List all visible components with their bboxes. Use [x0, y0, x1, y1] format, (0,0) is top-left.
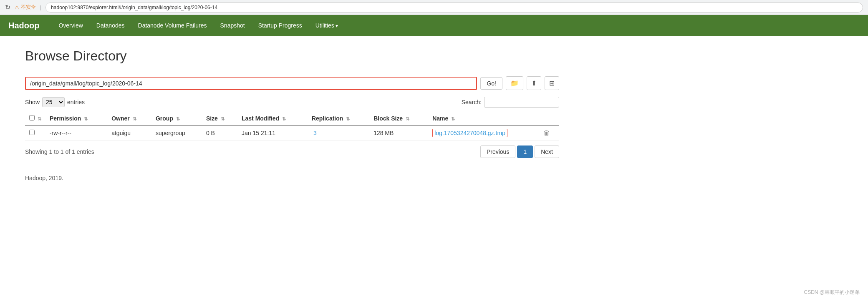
row-replication: 3: [308, 125, 369, 140]
navbar: Hadoop Overview Datanodes Datanode Volum…: [0, 15, 868, 36]
select-all-checkbox[interactable]: [29, 115, 35, 120]
nav-datanodes[interactable]: Datanodes: [90, 16, 131, 35]
row-checkbox-cell: [25, 125, 45, 140]
browser-bar: ↻ ⚠ 不安全 |: [0, 0, 868, 15]
refresh-icon[interactable]: ↻: [5, 3, 10, 11]
sort-icon-checkbox: ⇅: [38, 116, 41, 121]
page-title: Browse Directory: [25, 48, 559, 64]
entries-select[interactable]: 10 25 50 100: [42, 97, 65, 107]
nav-datanode-volume-failures[interactable]: Datanode Volume Failures: [131, 16, 214, 35]
table-header-row: ⇅ Permission ⇅ Owner ⇅ Group ⇅ Size ⇅: [25, 112, 559, 125]
security-warning: ⚠ 不安全: [15, 4, 36, 11]
sort-icon-replication: ⇅: [346, 116, 350, 121]
main-content: Browse Directory Go! 📁 ⬆ ⊞ Show 10 25 50…: [0, 36, 584, 194]
entries-label: entries: [67, 99, 85, 105]
showing-text: Showing 1 to 1 of 1 entries: [25, 148, 94, 155]
replication-link[interactable]: 3: [312, 129, 318, 137]
row-delete-cell: 🗑: [539, 125, 559, 140]
row-permission: -rw-r--r--: [45, 125, 107, 140]
search-input[interactable]: [484, 97, 559, 108]
path-input[interactable]: [25, 77, 477, 90]
col-block-size[interactable]: Block Size ⇅: [369, 112, 428, 125]
sort-icon-permission: ⇅: [84, 116, 88, 121]
grid-icon-button[interactable]: ⊞: [545, 76, 559, 90]
go-button[interactable]: Go!: [480, 77, 502, 90]
previous-button[interactable]: Previous: [480, 145, 515, 158]
file-table: ⇅ Permission ⇅ Owner ⇅ Group ⇅ Size ⇅: [25, 112, 559, 140]
checkbox-header: ⇅: [25, 112, 45, 125]
sort-icon-block-size: ⇅: [406, 116, 409, 121]
search-box: Search:: [462, 97, 559, 108]
sort-icon-last-modified: ⇅: [282, 116, 286, 121]
table-controls: Show 10 25 50 100 entries Search:: [25, 97, 559, 108]
search-label: Search:: [462, 99, 482, 105]
col-actions: [539, 112, 559, 125]
col-size[interactable]: Size ⇅: [202, 112, 237, 125]
nav-links: Overview Datanodes Datanode Volume Failu…: [52, 16, 345, 35]
col-owner[interactable]: Owner ⇅: [107, 112, 151, 125]
show-entries: Show 10 25 50 100 entries: [25, 97, 85, 107]
col-permission[interactable]: Permission ⇅: [45, 112, 107, 125]
pagination: Previous 1 Next: [480, 145, 559, 158]
col-replication[interactable]: Replication ⇅: [308, 112, 369, 125]
col-last-modified[interactable]: Last Modified ⇅: [237, 112, 308, 125]
url-bar[interactable]: [45, 3, 863, 13]
nav-utilities[interactable]: Utilities: [309, 16, 345, 35]
path-bar: Go! 📁 ⬆ ⊞: [25, 76, 559, 90]
nav-startup-progress[interactable]: Startup Progress: [252, 16, 309, 35]
col-name[interactable]: Name ⇅: [428, 112, 539, 125]
row-checkbox[interactable]: [29, 130, 35, 135]
sort-icon-name: ⇅: [451, 116, 455, 121]
sort-icon-group: ⇅: [176, 116, 180, 121]
table-footer: Showing 1 to 1 of 1 entries Previous 1 N…: [25, 145, 559, 158]
sort-icon-owner: ⇅: [133, 116, 136, 121]
table-row: -rw-r--r-- atguigu supergroup 0 B Jan 15…: [25, 125, 559, 140]
nav-snapshot[interactable]: Snapshot: [214, 16, 252, 35]
delete-button[interactable]: 🗑: [543, 129, 550, 137]
sort-icon-size: ⇅: [221, 116, 225, 121]
folder-icon-button[interactable]: 📁: [506, 76, 523, 90]
row-name: log.1705324270048.gz.tmp: [428, 125, 539, 140]
row-owner: atguigu: [107, 125, 151, 140]
row-group: supergroup: [151, 125, 202, 140]
row-block-size: 128 MB: [369, 125, 428, 140]
upload-icon-button[interactable]: ⬆: [527, 76, 541, 90]
nav-overview[interactable]: Overview: [52, 16, 89, 35]
show-label: Show: [25, 99, 40, 105]
brand-logo: Hadoop: [8, 21, 39, 30]
file-name-link[interactable]: log.1705324270048.gz.tmp: [432, 129, 507, 137]
url-separator: |: [40, 5, 41, 10]
footer-text: Hadoop, 2019.: [25, 175, 559, 181]
row-size: 0 B: [202, 125, 237, 140]
next-button[interactable]: Next: [535, 145, 559, 158]
row-last-modified: Jan 15 21:11: [237, 125, 308, 140]
col-group[interactable]: Group ⇅: [151, 112, 202, 125]
page-1-button[interactable]: 1: [517, 145, 533, 158]
